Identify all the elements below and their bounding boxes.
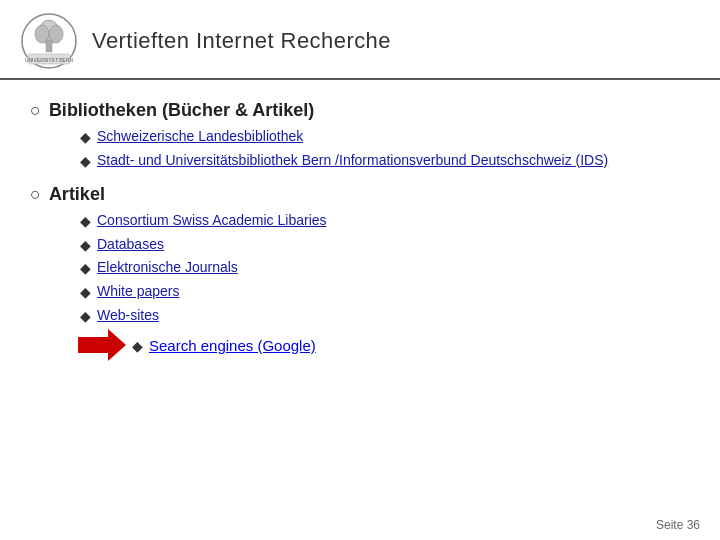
red-arrow-icon xyxy=(78,329,126,361)
section-bibliotheken-bullet[interactable]: ○ xyxy=(30,100,41,121)
diamond-icon: ◆ xyxy=(80,308,91,324)
list-item: ◆ Web-sites xyxy=(80,306,690,326)
link-search-engines[interactable]: Search engines (Google) xyxy=(149,337,316,354)
diamond-icon: ◆ xyxy=(132,338,143,354)
diamond-icon: ◆ xyxy=(80,260,91,276)
list-item: ◆ Stadt- und Universitätsbibliothek Bern… xyxy=(80,151,690,171)
diamond-icon: ◆ xyxy=(80,153,91,169)
link-landesbibliothek[interactable]: Schweizerische Landesbibliothek xyxy=(97,127,303,147)
link-ejournal[interactable]: Elektronische Journals xyxy=(97,258,238,278)
header: UNIVERSITÄT BERN Vertieften Internet Rec… xyxy=(0,0,720,80)
list-item: ◆ Consortium Swiss Academic Libaries xyxy=(80,211,690,231)
section-bibliotheken: ○ Bibliotheken (Bücher & Artikel) ◆ Schw… xyxy=(30,100,690,170)
diamond-icon: ◆ xyxy=(80,237,91,253)
link-databases[interactable]: Databases xyxy=(97,235,164,255)
list-item-with-arrow: ◆ Search engines (Google) xyxy=(80,329,690,361)
list-item: ◆ Schweizerische Landesbibliothek xyxy=(80,127,690,147)
link-consortium[interactable]: Consortium Swiss Academic Libaries xyxy=(97,211,327,231)
section-artikel-title: Artikel xyxy=(49,184,105,205)
footer: Seite 36 xyxy=(656,518,700,532)
list-item: ◆ White papers xyxy=(80,282,690,302)
diamond-icon: ◆ xyxy=(80,284,91,300)
bibliotheken-items: ◆ Schweizerische Landesbibliothek ◆ Stad… xyxy=(30,127,690,170)
artikel-items: ◆ Consortium Swiss Academic Libaries ◆ D… xyxy=(30,211,690,361)
list-item: ◆ Elektronische Journals xyxy=(80,258,690,278)
section-artikel-header: ○ Artikel xyxy=(30,184,690,205)
svg-rect-4 xyxy=(46,40,52,52)
link-stadtbibliothek[interactable]: Stadt- und Universitätsbibliothek Bern /… xyxy=(97,151,608,171)
slide: UNIVERSITÄT BERN Vertieften Internet Rec… xyxy=(0,0,720,540)
diamond-icon: ◆ xyxy=(80,213,91,229)
section-bibliotheken-title: Bibliotheken (Bücher & Artikel) xyxy=(49,100,314,121)
link-websites[interactable]: Web-sites xyxy=(97,306,159,326)
svg-marker-7 xyxy=(78,329,126,361)
main-content: ○ Bibliotheken (Bücher & Artikel) ◆ Schw… xyxy=(0,80,720,385)
svg-text:UNIVERSITÄT BERN: UNIVERSITÄT BERN xyxy=(25,57,74,63)
diamond-icon: ◆ xyxy=(80,129,91,145)
section-artikel-bullet[interactable]: ○ xyxy=(30,184,41,205)
link-whitepapers[interactable]: White papers xyxy=(97,282,179,302)
page-title: Vertieften Internet Recherche xyxy=(92,28,391,54)
section-artikel: ○ Artikel ◆ Consortium Swiss Academic Li… xyxy=(30,184,690,361)
section-bibliotheken-header: ○ Bibliotheken (Bücher & Artikel) xyxy=(30,100,690,121)
list-item: ◆ Databases xyxy=(80,235,690,255)
page-number: Seite 36 xyxy=(656,518,700,532)
university-logo: UNIVERSITÄT BERN xyxy=(20,12,78,70)
